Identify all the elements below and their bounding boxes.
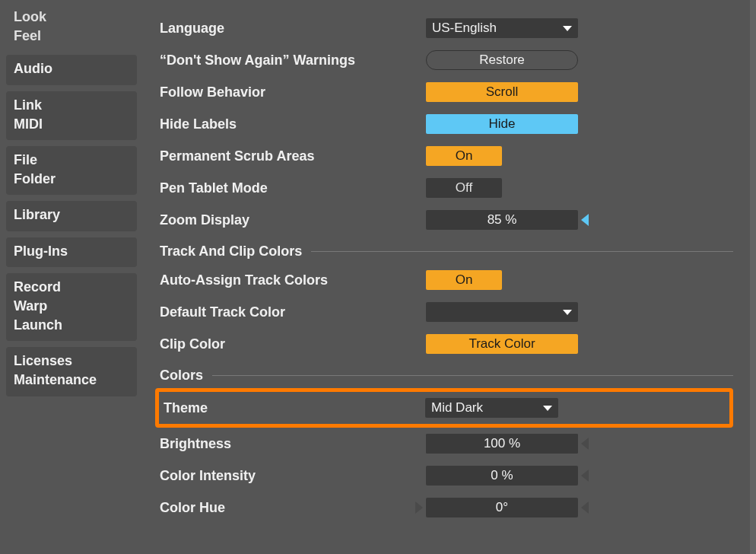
slider-handle-icon[interactable] — [581, 438, 589, 450]
sidebar-item-look-feel[interactable]: Look Feel — [6, 8, 137, 49]
sidebar-item-record-warp-launch[interactable]: Record Warp Launch — [6, 273, 137, 342]
language-dropdown[interactable]: US-English — [426, 18, 578, 38]
intensity-label: Color Intensity — [160, 468, 426, 484]
pen-toggle[interactable]: Off — [426, 178, 502, 198]
follow-toggle[interactable]: Scroll — [426, 82, 578, 102]
sidebar-item-audio[interactable]: Audio — [6, 55, 137, 84]
clip-color-toggle[interactable]: Track Color — [426, 334, 578, 354]
hide-labels-toggle[interactable]: Hide — [426, 114, 578, 134]
scrub-label: Permanent Scrub Areas — [160, 148, 426, 164]
section-colors: Colors — [160, 368, 203, 384]
sidebar-item-plugins[interactable]: Plug-Ins — [6, 237, 137, 267]
follow-label: Follow Behavior — [160, 84, 426, 100]
theme-highlight: Theme Mid Dark — [155, 388, 733, 428]
clip-color-label: Clip Color — [160, 336, 426, 352]
autoassign-toggle[interactable]: On — [426, 270, 502, 290]
section-track-clip: Track And Clip Colors — [160, 244, 302, 259]
scrub-toggle[interactable]: On — [426, 146, 502, 166]
sidebar-item-library[interactable]: Library — [6, 201, 137, 231]
sidebar: Look Feel Audio Link MIDI File Folder Li… — [0, 0, 137, 554]
slider-handle-icon[interactable] — [581, 470, 589, 482]
slider-handle-icon[interactable] — [581, 214, 589, 226]
sidebar-item-link-midi[interactable]: Link MIDI — [6, 91, 137, 140]
main-panel: Language US-English “Don't Show Again” W… — [137, 0, 756, 554]
slider-handle-icon[interactable] — [415, 501, 423, 514]
chevron-down-icon — [563, 310, 572, 315]
default-track-color-dropdown[interactable] — [426, 302, 578, 322]
autoassign-label: Auto-Assign Track Colors — [160, 272, 426, 288]
brightness-slider[interactable]: 100 % — [426, 434, 578, 454]
right-edge — [750, 0, 756, 554]
pen-label: Pen Tablet Mode — [160, 180, 426, 196]
theme-label: Theme — [164, 400, 425, 416]
warnings-label: “Don't Show Again” Warnings — [160, 53, 426, 68]
sidebar-item-licenses-maintenance[interactable]: Licenses Maintenance — [6, 347, 137, 396]
hue-slider[interactable]: 0° — [426, 498, 578, 517]
hue-label: Color Hue — [160, 500, 426, 516]
brightness-label: Brightness — [160, 436, 426, 452]
hide-labels-label: Hide Labels — [160, 116, 426, 132]
intensity-slider[interactable]: 0 % — [426, 466, 578, 486]
language-label: Language — [160, 21, 426, 37]
restore-button[interactable]: Restore — [426, 50, 578, 70]
theme-dropdown[interactable]: Mid Dark — [425, 398, 558, 418]
zoom-label: Zoom Display — [160, 212, 426, 228]
default-track-label: Default Track Color — [160, 304, 426, 320]
chevron-down-icon — [543, 406, 552, 411]
slider-handle-icon[interactable] — [581, 501, 589, 514]
zoom-slider[interactable]: 85 % — [426, 210, 578, 230]
chevron-down-icon — [563, 26, 572, 31]
sidebar-item-file-folder[interactable]: File Folder — [6, 146, 137, 195]
